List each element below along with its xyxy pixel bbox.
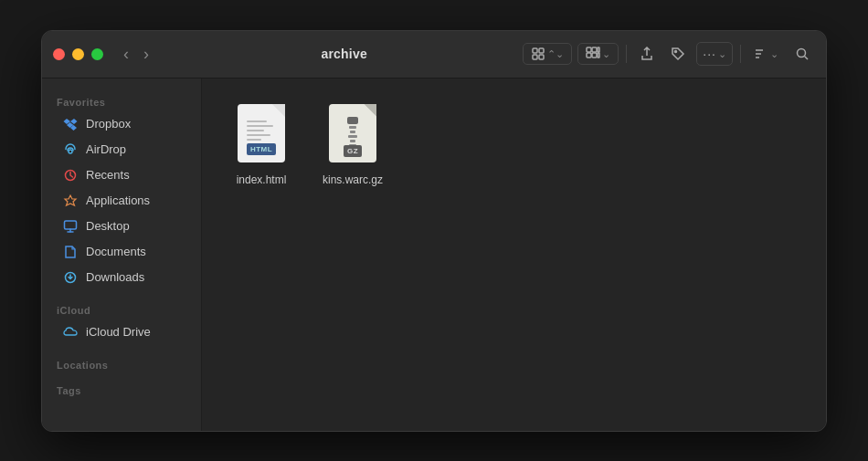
gallery-icon xyxy=(586,47,600,61)
sidebar-item-label-downloads: Downloads xyxy=(86,270,144,284)
share-button[interactable] xyxy=(634,43,660,65)
desktop-icon xyxy=(62,218,79,235)
icloud-label: iCloud xyxy=(42,298,201,320)
svg-rect-6 xyxy=(598,47,599,52)
svg-point-16 xyxy=(69,150,72,153)
search-icon xyxy=(795,47,810,61)
sidebar-item-downloads[interactable]: Downloads xyxy=(48,265,196,290)
sidebar-item-applications[interactable]: Applications xyxy=(48,188,196,214)
file-icon-gz: GZ xyxy=(325,104,380,168)
more-button[interactable]: ··· ⌄ xyxy=(696,42,733,66)
file-item-gz[interactable]: GZ kins.warc.gz xyxy=(312,97,394,195)
gallery-chevron: ⌄ xyxy=(602,48,610,60)
more-chevron: ⌄ xyxy=(718,48,726,60)
recents-icon xyxy=(62,167,79,183)
sidebar-item-airdrop[interactable]: AirDrop xyxy=(48,137,196,162)
svg-rect-7 xyxy=(587,53,591,58)
sort-button[interactable]: ⌄ xyxy=(748,43,784,65)
svg-rect-18 xyxy=(65,221,77,229)
back-button[interactable]: ‹ xyxy=(118,44,134,64)
content-area: HTML index.html xyxy=(202,79,826,431)
sidebar-item-icloud-drive[interactable]: iCloud Drive xyxy=(48,320,196,345)
tag-icon xyxy=(671,47,685,61)
svg-rect-0 xyxy=(533,48,537,53)
maximize-button[interactable] xyxy=(91,48,103,60)
gz-zipper xyxy=(347,117,358,147)
svg-rect-9 xyxy=(598,53,599,58)
sidebar-item-label-applications: Applications xyxy=(86,194,150,207)
html-badge: HTML xyxy=(247,143,276,155)
nav-buttons: ‹ › xyxy=(118,44,154,64)
dropbox-icon xyxy=(62,116,79,132)
titlebar: ‹ › archive ⌃⌄ xyxy=(42,31,826,79)
toolbar-right: ⌃⌄ ⌄ xyxy=(523,42,815,66)
icloud-drive-icon xyxy=(62,324,79,341)
sort-icon xyxy=(754,47,768,61)
file-item-index-html[interactable]: HTML index.html xyxy=(220,97,302,195)
main-area: Favorites Dropbox xyxy=(42,79,826,431)
sort-dropdown-chevron: ⌄ xyxy=(770,48,778,60)
favorites-label: Favorites xyxy=(42,89,201,111)
toolbar-divider-1 xyxy=(626,45,627,63)
sidebar: Favorites Dropbox xyxy=(42,79,202,431)
svg-rect-8 xyxy=(592,53,597,58)
applications-icon xyxy=(62,193,79,209)
svg-point-10 xyxy=(675,51,677,53)
sidebar-item-dropbox[interactable]: Dropbox xyxy=(48,111,196,137)
tags-label: Tags xyxy=(42,378,201,400)
more-icon: ··· xyxy=(703,47,716,61)
svg-rect-4 xyxy=(587,47,591,52)
locations-label: Locations xyxy=(42,352,201,374)
window-title: archive xyxy=(165,47,523,61)
tag-button[interactable] xyxy=(665,43,691,65)
toolbar-divider-2 xyxy=(740,45,741,63)
documents-icon xyxy=(62,244,79,260)
svg-rect-2 xyxy=(533,55,537,59)
close-button[interactable] xyxy=(53,48,65,60)
sidebar-item-documents[interactable]: Documents xyxy=(48,239,196,265)
file-icon-html: HTML xyxy=(234,104,289,168)
svg-rect-3 xyxy=(539,55,544,59)
sidebar-item-recents[interactable]: Recents xyxy=(48,162,196,188)
gz-badge: GZ xyxy=(344,145,362,157)
sidebar-item-label-dropbox: Dropbox xyxy=(86,117,131,131)
gallery-view-button[interactable]: ⌄ xyxy=(577,43,619,65)
svg-rect-5 xyxy=(592,47,597,52)
file-name-index-html: index.html xyxy=(237,173,287,188)
traffic-lights xyxy=(53,48,103,60)
file-name-gz: kins.warc.gz xyxy=(323,173,383,188)
sidebar-item-label-icloud-drive: iCloud Drive xyxy=(86,325,151,339)
share-icon xyxy=(640,47,654,61)
svg-point-14 xyxy=(798,49,806,58)
downloads-icon xyxy=(62,269,79,286)
sidebar-item-label-desktop: Desktop xyxy=(86,219,130,233)
search-button[interactable] xyxy=(789,43,815,65)
svg-line-15 xyxy=(805,57,809,60)
sidebar-item-desktop[interactable]: Desktop xyxy=(48,214,196,239)
svg-rect-1 xyxy=(539,48,544,53)
sidebar-item-label-documents: Documents xyxy=(86,245,146,258)
view-grid-button[interactable]: ⌃⌄ xyxy=(523,43,572,65)
minimize-button[interactable] xyxy=(72,48,84,60)
grid-icon xyxy=(531,47,545,61)
finder-window: ‹ › archive ⌃⌄ xyxy=(41,30,827,432)
sort-chevron: ⌃⌄ xyxy=(547,48,564,60)
forward-button[interactable]: › xyxy=(138,44,154,64)
sidebar-item-label-airdrop: AirDrop xyxy=(86,142,126,156)
sidebar-item-label-recents: Recents xyxy=(86,168,130,182)
airdrop-icon xyxy=(62,141,79,158)
